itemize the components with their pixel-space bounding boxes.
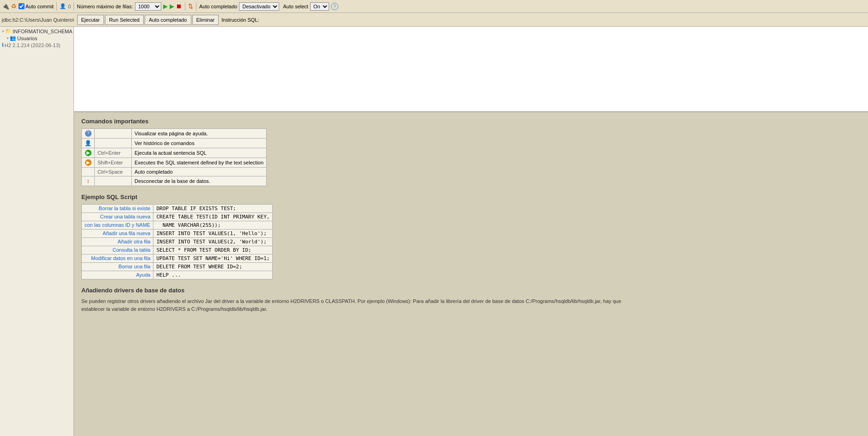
script-label-select: Consulta la tabla [82, 246, 153, 254]
auto-select-label: Auto select [283, 4, 308, 9]
schema-label: INFORMATION_SCHEMA [12, 29, 72, 34]
script-label-create2: con las columnas ID y NAME [82, 221, 153, 230]
connection-label: jdbc:h2:C:\Users\Juan Quintero\ [2, 17, 74, 23]
script-row-insert2: Añadir otra fila INSERT INTO TEST VALUES… [82, 238, 273, 246]
sql-instruction-label: Instrucción SQL: [221, 17, 259, 23]
sidebar-item-usuarios[interactable]: + 👥 Usuarios [1, 35, 73, 42]
history-person-icon: 👤 [85, 140, 92, 146]
sidebar: + 📁 INFORMATION_SCHEMA + 👥 Usuarios ℹ H2… [0, 27, 74, 436]
cmd-desc-help: Visualizar esta página de ayuda. [132, 129, 267, 139]
sql-editor[interactable] [74, 27, 868, 112]
run-sel-icon[interactable]: ▶ [170, 3, 174, 10]
connect-icon[interactable]: 🔌 [2, 3, 9, 10]
stop-icon[interactable]: ⏹ [176, 3, 182, 10]
run-selected-button[interactable]: Run Selected [105, 15, 144, 25]
counter-icon: 0 [68, 4, 71, 9]
auto-select-select[interactable]: On Off [310, 2, 329, 11]
script-label-help: Ayuda [82, 271, 153, 279]
cmd-icon-history: 👤 [82, 139, 95, 148]
refresh-icon[interactable]: ♻ [11, 3, 17, 10]
cmd-desc-ctrlenter: Ejecuta la actual sentencia SQL [132, 148, 267, 158]
help-icon[interactable]: ? [331, 3, 338, 10]
script-code-update: UPDATE TEST SET NAME='Hi' WHERE ID=1; [153, 254, 273, 263]
script-row-delete: Borrar una fila DELETE FROM TEST WHERE I… [82, 263, 273, 271]
script-label-update: Modificar datos en una fila [82, 254, 153, 263]
help-content: Comandos importantes ? Visualizar esta p… [74, 112, 868, 318]
auto-commit-text: Auto commit [25, 4, 54, 9]
script-code-insert2: INSERT INTO TEST VALUES(2, 'World'); [153, 238, 273, 246]
sidebar-item-information-schema[interactable]: + 📁 INFORMATION_SCHEMA [1, 28, 73, 35]
cmd-icon-disconnect: ↕ [82, 176, 95, 186]
script-row-update: Modificar datos en una fila UPDATE TEST … [82, 254, 273, 263]
script-label-insert1: Añadir una fila nueva [82, 230, 153, 238]
cmd-desc-shiftenter: Executes the SQL statement defined by th… [132, 158, 267, 168]
sql-examples-table: Borrar la tabla si existe DROP TABLE IF … [81, 204, 273, 279]
script-row-create2: con las columnas ID y NAME NAME VARCHAR(… [82, 221, 273, 230]
auto-complete-select[interactable]: Desactivado Activado [239, 2, 279, 11]
disconnect-arrow-icon: ↕ [87, 178, 90, 184]
toolbar-separator-3 [185, 2, 185, 11]
cmd-row-help: ? Visualizar esta página de ayuda. [82, 129, 267, 139]
cmd-shortcut-help [95, 129, 132, 139]
cmd-desc-ctrlspace: Auto completado [132, 168, 267, 176]
cmd-row-history: 👤 Ver histórico de comandos [82, 139, 267, 148]
drivers-text: Se pueden registrar otros drivers añadie… [81, 297, 636, 313]
script-code-select: SELECT * FROM TEST ORDER BY ID; [153, 246, 273, 254]
script-code-insert1: INSERT INTO TEST VALUES(1, 'Hello'); [153, 230, 273, 238]
cmd-row-ctrlspace: Ctrl+Space Auto completado [82, 168, 267, 176]
cmd-shortcut-shiftenter: Shift+Enter [95, 158, 132, 168]
script-code-drop: DROP TABLE IF EXISTS TEST; [153, 205, 273, 213]
users-icon: 👥 [10, 35, 16, 41]
content-area: Comandos importantes ? Visualizar esta p… [74, 27, 868, 436]
usuarios-label: Usuarios [17, 36, 37, 41]
cmd-icon-autocomplete [82, 168, 95, 176]
cmd-shortcut-disconnect [95, 176, 132, 186]
disconnect-icon[interactable]: ⇅ [188, 3, 193, 10]
folder-icon: 📁 [5, 28, 12, 34]
script-label-delete: Borrar una fila [82, 263, 153, 271]
max-rows-label: Número máximo de filas: [77, 4, 133, 9]
drivers-title: Añadiendo drivers de base de datos [81, 287, 861, 294]
script-row-drop: Borrar la tabla si existe DROP TABLE IF … [82, 205, 273, 213]
run-icon[interactable]: ▶ [163, 3, 168, 10]
main-toolbar: 🔌 ♻ Auto commit 👤 0 Número máximo de fil… [0, 0, 868, 13]
script-code-help: HELP ... [153, 271, 273, 279]
auto-completado-button[interactable]: Auto completado [145, 15, 191, 25]
expand-icon: + [2, 29, 4, 34]
sql-script-title: Ejemplo SQL Script [81, 194, 861, 200]
question-icon: ? [85, 130, 92, 137]
ejecutar-button[interactable]: Ejecutar [77, 15, 104, 25]
run-circle-icon: ▶ [85, 150, 92, 156]
eliminar-button[interactable]: Eliminar [192, 15, 219, 25]
auto-complete-label: Auto completado [199, 4, 238, 9]
history-icon[interactable]: 👤 [60, 3, 66, 9]
max-rows-select[interactable]: 1000 500 100 10000 [135, 2, 161, 11]
script-label-create1: Crear una tabla nueva [82, 213, 153, 221]
sql-textarea[interactable] [74, 27, 868, 111]
cmd-shortcut-ctrlspace: Ctrl+Space [95, 168, 132, 176]
script-row-help: Ayuda HELP ... [82, 271, 273, 279]
auto-commit-checkbox[interactable] [18, 3, 24, 9]
script-code-delete: DELETE FROM TEST WHERE ID=2; [153, 263, 273, 271]
comandos-title: Comandos importantes [81, 118, 861, 125]
script-label-insert2: Añadir otra fila [82, 238, 153, 246]
script-code-create2: NAME VARCHAR(255)); [153, 221, 273, 230]
cmd-desc-disconnect: Desconectar de la base de datos. [132, 176, 267, 186]
auto-commit-label[interactable]: Auto commit [18, 3, 54, 9]
cmd-shortcut-ctrlenter: Ctrl+Enter [95, 148, 132, 158]
toolbar-separator-1 [56, 2, 57, 11]
main-layout: + 📁 INFORMATION_SCHEMA + 👥 Usuarios ℹ H2… [0, 27, 868, 436]
script-row-create1: Crear una tabla nueva CREATE TABLE TEST(… [82, 213, 273, 221]
script-code-create1: CREATE TABLE TEST(ID INT PRIMARY KEY, [153, 213, 273, 221]
commands-table: ? Visualizar esta página de ayuda. 👤 Ver… [81, 128, 267, 186]
cmd-desc-history: Ver histórico de comandos [132, 139, 267, 148]
cmd-row-ctrlenter: ▶ Ctrl+Enter Ejecuta la actual sentencia… [82, 148, 267, 158]
script-label-drop: Borrar la tabla si existe [82, 205, 153, 213]
sidebar-item-version: ℹ H2 2.1.214 (2022-06-13) [1, 42, 73, 48]
expand-icon-usuarios: + [6, 36, 9, 41]
toolbar-separator-2 [73, 2, 74, 11]
sql-toolbar: jdbc:h2:C:\Users\Juan Quintero\ Ejecutar… [0, 13, 868, 27]
cmd-shortcut-history [95, 139, 132, 148]
toolbar-separator-4 [196, 2, 196, 11]
cmd-icon-runsel: ▶ [82, 158, 95, 168]
